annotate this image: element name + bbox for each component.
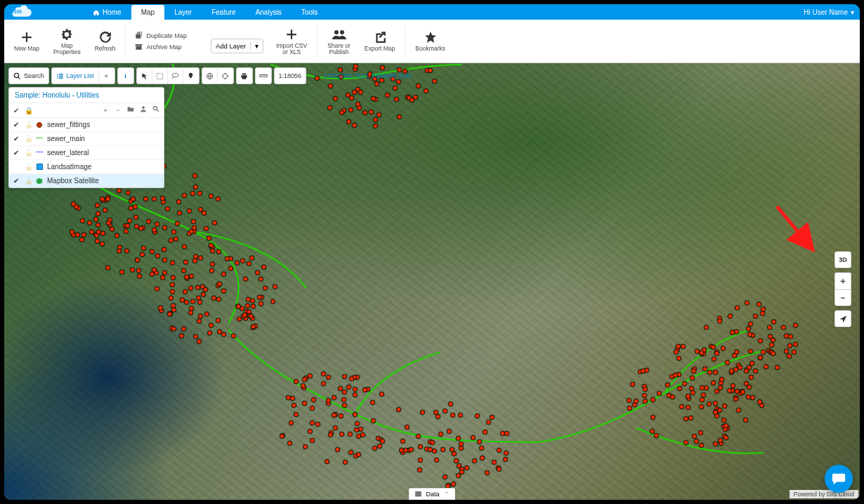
- fitting-point[interactable]: [124, 229, 129, 234]
- fitting-point[interactable]: [650, 429, 655, 434]
- fitting-point[interactable]: [393, 86, 398, 91]
- fitting-point[interactable]: [727, 388, 732, 393]
- fitting-point[interactable]: [333, 96, 338, 101]
- fitting-point[interactable]: [89, 230, 94, 234]
- layer-row[interactable]: 🔓LandsatImage: [9, 160, 164, 174]
- fitting-point[interactable]: [198, 256, 203, 260]
- fitting-point[interactable]: [713, 401, 718, 406]
- fitting-point[interactable]: [216, 297, 221, 302]
- print-button[interactable]: [237, 68, 252, 84]
- fitting-point[interactable]: [251, 304, 256, 309]
- fitting-point[interactable]: [146, 219, 151, 224]
- fitting-point[interactable]: [676, 344, 681, 349]
- fitting-point[interactable]: [182, 244, 187, 249]
- fitting-point[interactable]: [775, 365, 780, 370]
- data-panel-toggle[interactable]: Data ⌃: [408, 488, 455, 500]
- fitting-point[interactable]: [245, 303, 250, 308]
- fitting-point[interactable]: [787, 343, 792, 348]
- fitting-point[interactable]: [771, 351, 775, 356]
- fitting-point[interactable]: [760, 311, 765, 316]
- fitting-point[interactable]: [231, 333, 236, 338]
- layer-visibility-toggle[interactable]: ✔: [13, 177, 20, 185]
- fitting-point[interactable]: [294, 379, 299, 384]
- fitting-point[interactable]: [418, 444, 423, 449]
- fitting-point[interactable]: [207, 236, 211, 241]
- fitting-point[interactable]: [249, 256, 254, 260]
- fitting-point[interactable]: [126, 190, 131, 195]
- fitting-point[interactable]: [183, 289, 188, 294]
- fitting-point[interactable]: [130, 267, 135, 272]
- fitting-point[interactable]: [424, 88, 428, 93]
- fitting-point[interactable]: [464, 465, 469, 470]
- fitting-point[interactable]: [713, 370, 718, 375]
- fitting-point[interactable]: [339, 110, 344, 115]
- layer-lock-toggle[interactable]: 🔓: [25, 121, 32, 128]
- fitting-point[interactable]: [216, 249, 221, 254]
- fitting-point[interactable]: [162, 258, 167, 263]
- fitting-point[interactable]: [105, 265, 110, 270]
- fitting-point[interactable]: [353, 392, 358, 397]
- fitting-point[interactable]: [175, 221, 180, 226]
- fitting-point[interactable]: [177, 211, 182, 215]
- fitting-point[interactable]: [129, 206, 133, 211]
- fitting-point[interactable]: [733, 397, 738, 402]
- fitting-point[interactable]: [738, 365, 742, 370]
- fitting-point[interactable]: [745, 300, 750, 305]
- fitting-point[interactable]: [321, 381, 326, 386]
- fitting-point[interactable]: [310, 420, 315, 425]
- layer-row[interactable]: ✔🔓sewer_main: [9, 132, 164, 146]
- fitting-point[interactable]: [333, 425, 338, 430]
- fitting-point[interactable]: [676, 356, 681, 361]
- fitting-point[interactable]: [261, 265, 266, 270]
- fitting-point[interactable]: [162, 225, 167, 230]
- fitting-point[interactable]: [702, 366, 707, 371]
- fitting-point[interactable]: [443, 475, 447, 479]
- fitting-point[interactable]: [201, 292, 206, 297]
- fitting-point[interactable]: [247, 261, 251, 266]
- fitting-point[interactable]: [343, 460, 348, 465]
- fitting-point[interactable]: [204, 226, 209, 231]
- fitting-point[interactable]: [302, 377, 307, 382]
- fitting-point[interactable]: [634, 399, 639, 404]
- fitting-point[interactable]: [311, 397, 316, 402]
- fitting-point[interactable]: [196, 296, 201, 300]
- fitting-point[interactable]: [192, 258, 197, 263]
- fitting-point[interactable]: [114, 233, 119, 238]
- layer-row[interactable]: ✔🔓sewer_fittings: [9, 118, 164, 132]
- fitting-point[interactable]: [192, 173, 197, 178]
- chat-support-button[interactable]: [825, 465, 853, 493]
- fitting-point[interactable]: [430, 440, 435, 445]
- fitting-point[interactable]: [81, 232, 86, 237]
- pointer-tool-button[interactable]: [137, 68, 152, 84]
- fitting-point[interactable]: [353, 412, 358, 417]
- fitting-point[interactable]: [355, 102, 360, 107]
- fitting-point[interactable]: [730, 330, 735, 335]
- fitting-point[interactable]: [497, 448, 502, 453]
- fitting-point[interactable]: [788, 334, 793, 339]
- layer-group-button[interactable]: [127, 105, 134, 115]
- fitting-point[interactable]: [691, 369, 696, 373]
- fitting-point[interactable]: [188, 310, 193, 315]
- fitting-point[interactable]: [670, 394, 675, 399]
- fitting-point[interactable]: [459, 470, 464, 475]
- fitting-point[interactable]: [197, 191, 202, 196]
- fitting-point[interactable]: [748, 321, 753, 326]
- fitting-point[interactable]: [485, 470, 490, 475]
- fitting-point[interactable]: [377, 112, 381, 117]
- fitting-point[interactable]: [747, 385, 752, 390]
- fitting-point[interactable]: [711, 380, 716, 385]
- fitting-point[interactable]: [480, 456, 485, 460]
- fitting-point[interactable]: [133, 204, 138, 209]
- fitting-point[interactable]: [503, 457, 508, 462]
- fitting-point[interactable]: [228, 266, 233, 271]
- fitting-point[interactable]: [750, 361, 754, 366]
- fitting-point[interactable]: [416, 434, 421, 439]
- fitting-point[interactable]: [654, 433, 659, 438]
- layer-user-button[interactable]: [140, 105, 147, 115]
- fitting-point[interactable]: [717, 408, 722, 413]
- fitting-point[interactable]: [349, 376, 354, 381]
- fitting-point[interactable]: [332, 395, 336, 400]
- fitting-point[interactable]: [117, 248, 122, 253]
- fitting-point[interactable]: [704, 325, 709, 330]
- fitting-point[interactable]: [458, 413, 463, 418]
